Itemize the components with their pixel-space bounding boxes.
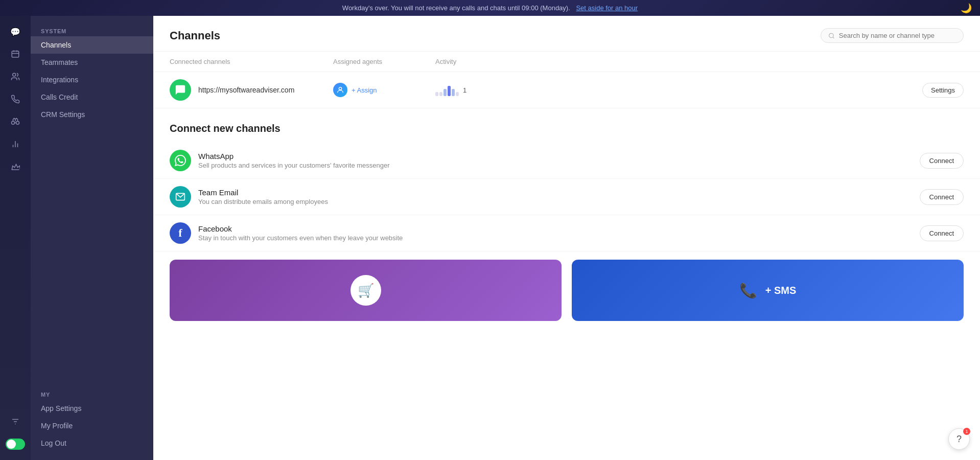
- set-aside-link[interactable]: Set aside for an hour: [576, 4, 638, 12]
- facebook-name: Facebook: [198, 224, 920, 233]
- whatsapp-connect-button[interactable]: Connect: [920, 153, 964, 169]
- my-section-label: MY: [31, 387, 153, 400]
- main-content: Channels Connected channels Assigned age…: [153, 16, 980, 460]
- nav-item-channels[interactable]: Channels: [31, 36, 153, 54]
- action-cell: Settings: [517, 83, 964, 98]
- promo-card-sms-content: 📞 + SMS: [727, 282, 809, 299]
- basket-icon: 🛒: [351, 275, 381, 306]
- phone-icon-btn[interactable]: [6, 89, 25, 109]
- whatsapp-name: WhatsApp: [198, 152, 920, 160]
- agent-avatar: [333, 83, 347, 97]
- search-box[interactable]: [821, 28, 964, 43]
- bar-4: [448, 86, 451, 96]
- activity-bars: [435, 84, 459, 96]
- whatsapp-row: WhatsApp Sell products and services in y…: [153, 143, 980, 179]
- nav-item-my-profile[interactable]: My Profile: [31, 417, 153, 434]
- binoculars-icon-btn[interactable]: [6, 112, 25, 131]
- svg-point-1: [13, 73, 16, 76]
- chat-icon-btn[interactable]: 💬: [6, 22, 25, 41]
- bar-5: [452, 89, 455, 96]
- table-header: Connected channels Assigned agents Activ…: [153, 52, 980, 72]
- col-header-action: [517, 58, 964, 65]
- activity-cell: 1: [435, 84, 517, 96]
- nav-item-calls-credit[interactable]: Calls Credit: [31, 88, 153, 106]
- activity-count: 1: [463, 86, 466, 94]
- nav-item-log-out[interactable]: Log Out: [31, 434, 153, 452]
- email-name: Team Email: [198, 188, 920, 197]
- settings-button[interactable]: Settings: [922, 83, 964, 98]
- page-title: Channels: [170, 29, 220, 42]
- app-body: 💬 SYSTEM Channels Teammates Integrations: [0, 16, 980, 460]
- team-icon-btn[interactable]: [6, 67, 25, 86]
- promo-card-basket-content: 🛒: [338, 275, 393, 306]
- bar-3: [444, 89, 447, 96]
- channel-cell: https://mysoftwareadviser.com: [170, 79, 333, 101]
- nav-sidebar: SYSTEM Channels Teammates Integrations C…: [31, 16, 153, 460]
- nav-item-crm-settings[interactable]: CRM Settings: [31, 106, 153, 123]
- facebook-connect-button[interactable]: Connect: [920, 225, 964, 241]
- channel-url: https://mysoftwareadviser.com: [198, 86, 294, 94]
- promo-card-sms[interactable]: 📞 + SMS: [572, 260, 964, 321]
- table-row: https://mysoftwareadviser.com + Assign 1: [153, 72, 980, 108]
- svg-point-11: [339, 87, 341, 90]
- svg-point-10: [829, 33, 834, 38]
- col-header-agents: Assigned agents: [333, 58, 435, 65]
- nav-item-app-settings[interactable]: App Settings: [31, 400, 153, 417]
- help-icon: ?: [956, 434, 962, 445]
- icon-sidebar: 💬: [0, 16, 31, 460]
- whatsapp-desc: Sell products and services in your custo…: [198, 162, 920, 169]
- assign-link[interactable]: + Assign: [352, 86, 377, 94]
- whatsapp-icon: [170, 150, 191, 171]
- phone-icon: 📞: [739, 282, 757, 299]
- help-button[interactable]: ? 1: [948, 428, 970, 450]
- svg-point-2: [12, 121, 15, 124]
- facebook-info: Facebook Stay in touch with your custome…: [198, 224, 920, 242]
- channel-icon: [170, 79, 191, 101]
- email-connect-button[interactable]: Connect: [920, 189, 964, 205]
- nav-item-teammates[interactable]: Teammates: [31, 54, 153, 71]
- svg-rect-0: [12, 51, 19, 57]
- whatsapp-info: WhatsApp Sell products and services in y…: [198, 152, 920, 169]
- search-input[interactable]: [839, 32, 956, 39]
- search-icon: [828, 32, 835, 39]
- promo-card-basket[interactable]: 🛒: [170, 260, 562, 321]
- crown-icon-btn[interactable]: [6, 157, 25, 176]
- filter-icon-btn[interactable]: [6, 412, 25, 431]
- email-row: Team Email You can distribute emails amo…: [153, 179, 980, 215]
- svg-point-3: [16, 121, 19, 124]
- contacts-icon-btn[interactable]: [6, 44, 25, 64]
- chart-icon-btn[interactable]: [6, 134, 25, 154]
- banner-message: Workday's over. You will not receive any…: [342, 4, 570, 12]
- agents-cell: + Assign: [333, 83, 435, 97]
- status-toggle[interactable]: [6, 439, 25, 450]
- channels-header: Channels: [153, 16, 980, 52]
- bar-1: [435, 92, 438, 96]
- facebook-icon: f: [170, 222, 191, 244]
- moon-icon: 🌙: [961, 3, 972, 14]
- connect-section-title: Connect new channels: [153, 108, 980, 143]
- bar-6: [456, 92, 459, 96]
- bar-2: [439, 92, 442, 96]
- sms-text: + SMS: [765, 285, 797, 296]
- col-header-activity: Activity: [435, 58, 517, 65]
- help-notification-badge: 1: [963, 428, 970, 435]
- col-header-connected: Connected channels: [170, 58, 333, 65]
- facebook-desc: Stay in touch with your customers even w…: [198, 234, 920, 242]
- nav-item-integrations[interactable]: Integrations: [31, 71, 153, 88]
- top-banner: Workday's over. You will not receive any…: [0, 0, 980, 16]
- promo-cards: 🛒 📞 + SMS: [153, 260, 980, 333]
- system-section-label: SYSTEM: [31, 24, 153, 36]
- email-icon: [170, 186, 191, 208]
- facebook-row: f Facebook Stay in touch with your custo…: [153, 215, 980, 251]
- email-info: Team Email You can distribute emails amo…: [198, 188, 920, 205]
- email-desc: You can distribute emails among employee…: [198, 198, 920, 205]
